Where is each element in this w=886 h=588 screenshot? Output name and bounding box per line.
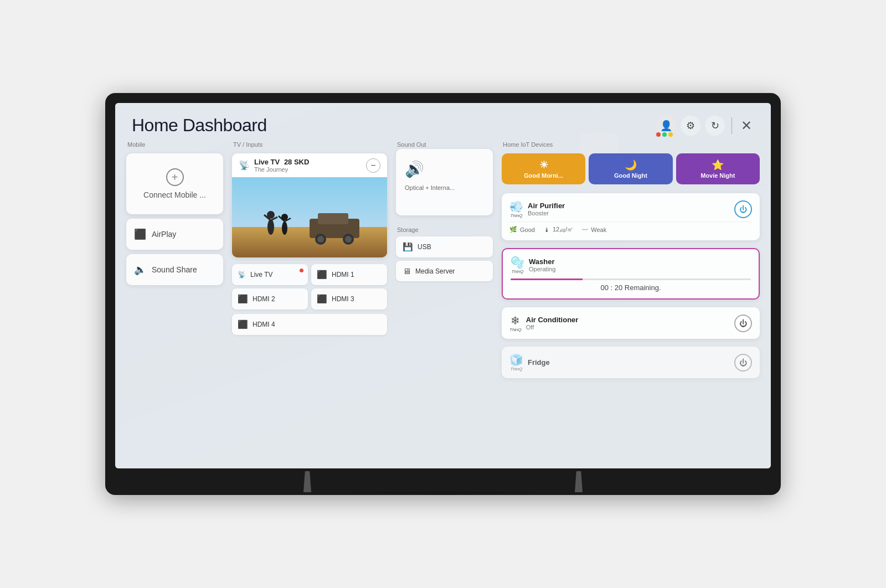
thinq-label-4: ThinQ bbox=[511, 367, 523, 372]
hdmi2-button[interactable]: ⬛ HDMI 2 bbox=[232, 288, 308, 310]
svg-rect-6 bbox=[318, 213, 348, 224]
washer-info: 🫧 ThinQ Washer Operating bbox=[511, 256, 555, 274]
washer-name: Washer bbox=[529, 257, 555, 266]
dot-green bbox=[662, 132, 667, 137]
dashboard-title: Home Dashboard bbox=[132, 115, 267, 136]
aq-pm-icon: 🌡 bbox=[544, 226, 550, 233]
dot-red bbox=[656, 132, 661, 137]
usb-button[interactable]: 💾 USB bbox=[396, 236, 493, 257]
ac-text: Air Conditioner Off bbox=[526, 316, 579, 331]
fridge-card: 🧊 ThinQ Fridge ⏻ bbox=[502, 347, 760, 378]
tv-screen: Home Dashboard 👤 ⚙ ↻ ✕ bbox=[115, 103, 771, 468]
aq-weak-label: Weak bbox=[591, 226, 606, 233]
tv-frame: Home Dashboard 👤 ⚙ ↻ ✕ bbox=[105, 93, 781, 495]
connect-mobile-button[interactable]: + Connect Mobile ... bbox=[126, 153, 223, 214]
speaker-icon: 🔊 bbox=[405, 160, 424, 178]
fridge-power-button[interactable]: ⏻ bbox=[734, 354, 752, 372]
washer-progress-fill bbox=[511, 278, 583, 280]
good-morning-label: Good Morni... bbox=[524, 172, 563, 179]
plus-icon: + bbox=[166, 168, 184, 186]
aq-pm-label: 12㎍/㎥ bbox=[553, 225, 573, 234]
ac-status: Off bbox=[526, 324, 579, 331]
sound-out-label: Sound Out bbox=[396, 141, 493, 148]
star-icon: ⭐ bbox=[712, 159, 724, 171]
movie-night-label: Movie Night bbox=[700, 172, 735, 179]
input-grid: 📡 Live TV ⬛ HDMI 1 ⬛ HDMI 2 bbox=[232, 264, 387, 310]
live-indicator bbox=[300, 269, 303, 272]
media-server-icon: 🖥 bbox=[403, 266, 411, 276]
header-divider bbox=[732, 117, 732, 134]
stand-shadow bbox=[349, 491, 537, 495]
profile-button[interactable]: 👤 bbox=[656, 116, 676, 136]
usb-label: USB bbox=[418, 243, 431, 251]
fridge-text: Fridge bbox=[528, 358, 550, 367]
tv-thumbnail bbox=[232, 177, 387, 257]
iot-column: Home IoT Devices ☀ Good Morni... 🌙 Good … bbox=[502, 141, 760, 463]
good-night-button[interactable]: 🌙 Good Night bbox=[589, 153, 672, 184]
aq-good: 🌿 Good bbox=[509, 226, 535, 233]
storage-items: 💾 USB 🖥 Media Server bbox=[396, 236, 493, 285]
hdmi2-label: HDMI 2 bbox=[253, 295, 275, 303]
antenna-icon: 📡 bbox=[239, 160, 250, 171]
ac-info: ❄ ThinQ Air Conditioner Off bbox=[509, 314, 578, 332]
channel-name: Live TV 28 SKD bbox=[254, 158, 309, 166]
profile-dots bbox=[656, 132, 673, 137]
hdmi3-button[interactable]: ⬛ HDMI 3 bbox=[311, 288, 387, 310]
sun-icon: ☀ bbox=[539, 159, 548, 171]
hdmi3-icon: ⬛ bbox=[317, 294, 327, 304]
fridge-icon-wrap: 🧊 ThinQ bbox=[509, 353, 523, 372]
hdmi1-icon: ⬛ bbox=[317, 270, 327, 280]
dashboard-header: Home Dashboard 👤 ⚙ ↻ ✕ bbox=[115, 103, 771, 141]
aq-good-icon: 🌿 bbox=[509, 226, 517, 233]
aq-pm: 🌡 12㎍/㎥ bbox=[544, 225, 573, 234]
minimize-button[interactable]: − bbox=[366, 158, 380, 173]
live-tv-card: 📡 Live TV 28 SKD The Journey − bbox=[232, 153, 387, 257]
media-server-button[interactable]: 🖥 Media Server bbox=[396, 261, 493, 281]
iot-label: Home IoT Devices bbox=[502, 141, 760, 148]
airplay-icon: ⬛ bbox=[134, 228, 146, 240]
tv-stand bbox=[115, 468, 771, 495]
header-controls: 👤 ⚙ ↻ ✕ bbox=[656, 116, 754, 136]
connect-mobile-text: Connect Mobile ... bbox=[143, 190, 206, 199]
stand-leg-left bbox=[303, 471, 311, 492]
sound-description: Optical + Interna... bbox=[405, 184, 455, 192]
tv-inputs-column: TV / Inputs 📡 Live TV 28 SKD bbox=[232, 141, 387, 463]
air-purifier-name: Air Purifier bbox=[528, 202, 565, 210]
air-purifier-icon: 💨 bbox=[509, 200, 523, 213]
washer-header: 🫧 ThinQ Washer Operating bbox=[511, 256, 751, 274]
media-server-label: Media Server bbox=[415, 267, 455, 275]
air-purifier-card: 💨 ThinQ Air Purifier Booster ⏻ bbox=[502, 193, 760, 240]
good-morning-button[interactable]: ☀ Good Morni... bbox=[502, 153, 585, 184]
settings-button[interactable]: ⚙ bbox=[681, 116, 700, 136]
ac-power-button[interactable]: ⏻ bbox=[734, 314, 752, 332]
live-tv-button[interactable]: 📡 Live TV bbox=[232, 264, 308, 285]
hdmi1-button[interactable]: ⬛ HDMI 1 bbox=[311, 264, 387, 285]
sound-share-button[interactable]: 🔈 Sound Share bbox=[126, 254, 223, 285]
live-tv-header: 📡 Live TV 28 SKD The Journey − bbox=[232, 153, 387, 177]
sound-share-label: Sound Share bbox=[152, 265, 197, 274]
dashboard-content: Mobile + Connect Mobile ... ⬛ AirPlay 🔈 … bbox=[115, 141, 771, 468]
airplay-button[interactable]: ⬛ AirPlay bbox=[126, 219, 223, 250]
washer-card: 🫧 ThinQ Washer Operating bbox=[502, 248, 760, 300]
fridge-header: 🧊 ThinQ Fridge ⏻ bbox=[509, 353, 752, 372]
svg-point-10 bbox=[345, 236, 352, 243]
air-purifier-power-button[interactable]: ⏻ bbox=[734, 200, 752, 218]
dot-yellow bbox=[668, 132, 673, 137]
washer-icon: 🫧 bbox=[511, 256, 524, 269]
close-button[interactable]: ✕ bbox=[739, 118, 754, 133]
washer-text: Washer Operating bbox=[529, 257, 555, 272]
moon-icon: 🌙 bbox=[625, 159, 637, 171]
hdmi4-button[interactable]: ⬛ HDMI 4 bbox=[232, 314, 387, 335]
air-conditioner-card: ❄ ThinQ Air Conditioner Off ⏻ bbox=[502, 307, 760, 339]
washer-progress-bar bbox=[511, 278, 751, 280]
hdmi2-icon: ⬛ bbox=[238, 294, 248, 304]
airplay-label: AirPlay bbox=[152, 230, 176, 239]
movie-night-button[interactable]: ⭐ Movie Night bbox=[676, 153, 760, 184]
storage-label: Storage bbox=[396, 226, 493, 233]
refresh-button[interactable]: ↻ bbox=[705, 116, 725, 136]
usb-icon: 💾 bbox=[403, 242, 413, 252]
fridge-icon: 🧊 bbox=[509, 353, 523, 367]
washer-icon-wrap: 🫧 ThinQ bbox=[511, 256, 524, 274]
aq-good-label: Good bbox=[520, 226, 535, 233]
dashboard-panel: Home Dashboard 👤 ⚙ ↻ ✕ bbox=[115, 103, 771, 468]
